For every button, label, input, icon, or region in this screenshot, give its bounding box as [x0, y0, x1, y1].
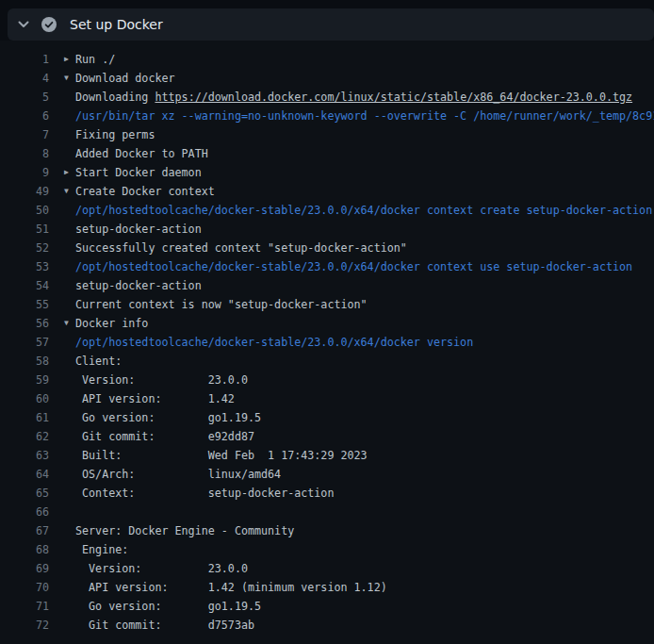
gutter-spacer [49, 144, 75, 163]
log-line: 8Added Docker to PATH [0, 144, 654, 163]
gutter-spacer [49, 597, 75, 616]
gutter-spacer [49, 276, 75, 295]
line-number[interactable]: 66 [0, 503, 49, 521]
line-number[interactable]: 4 [0, 69, 49, 88]
line-number[interactable]: 8 [0, 144, 49, 163]
gutter-spacer [49, 503, 75, 521]
log-group-row[interactable]: 49▼Create Docker context [0, 182, 654, 201]
log-line: 51setup-docker-action [0, 220, 654, 239]
gutter-spacer [49, 201, 75, 220]
log-text: Engine: [75, 540, 128, 559]
line-number[interactable]: 63 [0, 446, 49, 465]
log-text: API version: 1.42 (minimum version 1.12) [75, 578, 387, 597]
line-number[interactable]: 70 [0, 578, 49, 597]
gutter-spacer [49, 389, 75, 408]
group-toggle-icon[interactable]: ▼ [49, 182, 75, 201]
line-number[interactable]: 68 [0, 540, 49, 559]
log-text: Git commit: d7573ab [75, 616, 254, 635]
log-command-text: /opt/hostedtoolcache/docker-stable/23.0.… [75, 201, 652, 220]
line-number[interactable]: 52 [0, 239, 49, 257]
log-text: Git commit: e92dd87 [75, 427, 254, 446]
gutter-spacer [49, 427, 75, 446]
log-line: 61 Go version: go1.19.5 [0, 408, 654, 427]
log-line: 59 Version: 23.0.0 [0, 371, 654, 389]
group-toggle-icon[interactable]: ▼ [49, 314, 75, 333]
gutter-spacer [49, 446, 75, 465]
log-line: 5Downloading https://download.docker.com… [0, 88, 654, 107]
line-number[interactable]: 64 [0, 465, 49, 484]
gutter-spacer [49, 371, 75, 389]
group-title: Run ./ [75, 50, 115, 69]
gutter-spacer [49, 107, 75, 125]
log-text: Successfully created context "setup-dock… [75, 239, 407, 257]
log-line: 54setup-docker-action [0, 276, 654, 295]
log-text: Version: 23.0.0 [75, 371, 248, 389]
log-text: OS/Arch: linux/amd64 [75, 465, 281, 484]
line-number[interactable]: 1 [0, 50, 49, 69]
log-url-link[interactable]: https://download.docker.com/linux/static… [155, 91, 632, 104]
log-group-row[interactable]: 56▼Docker info [0, 314, 654, 333]
line-number[interactable]: 69 [0, 559, 49, 578]
line-number[interactable]: 53 [0, 257, 49, 276]
log-line: 70 API version: 1.42 (minimum version 1.… [0, 578, 654, 597]
gutter-spacer [49, 257, 75, 276]
log-group-row[interactable]: 4▼Download docker [0, 69, 654, 88]
log-text: Added Docker to PATH [75, 144, 208, 163]
line-number[interactable]: 72 [0, 616, 49, 635]
gutter-spacer [49, 88, 75, 107]
gutter-spacer [49, 521, 75, 540]
line-number[interactable]: 61 [0, 408, 49, 427]
log-line: 67Server: Docker Engine - Community [0, 521, 654, 540]
line-number[interactable]: 59 [0, 371, 49, 389]
line-number[interactable]: 56 [0, 314, 49, 333]
line-number[interactable]: 7 [0, 125, 49, 144]
log-text: Context: setup-docker-action [75, 484, 334, 503]
line-number[interactable]: 62 [0, 427, 49, 446]
gutter-spacer [49, 295, 75, 314]
log-command-text: /usr/bin/tar xz --warning=no-unknown-key… [75, 107, 654, 125]
log-text: setup-docker-action [75, 220, 202, 239]
group-toggle-icon[interactable]: ▼ [49, 69, 75, 88]
line-number[interactable]: 6 [0, 107, 49, 125]
log-line: 72 Git commit: d7573ab [0, 616, 654, 635]
line-number[interactable]: 9 [0, 163, 49, 182]
line-number[interactable]: 55 [0, 295, 49, 314]
line-number[interactable]: 67 [0, 521, 49, 540]
line-number[interactable]: 58 [0, 352, 49, 371]
check-circle-icon [41, 17, 57, 32]
group-title: Create Docker context [75, 182, 215, 201]
log-group-row[interactable]: 9▶Start Docker daemon [0, 163, 654, 182]
chevron-down-icon [18, 21, 29, 28]
log-text: Version: 23.0.0 [75, 559, 248, 578]
line-number[interactable]: 60 [0, 389, 49, 408]
log-line: 6/usr/bin/tar xz --warning=no-unknown-ke… [0, 107, 654, 125]
gutter-spacer [49, 465, 75, 484]
log-text: Fixing perms [75, 125, 155, 144]
line-number[interactable]: 57 [0, 333, 49, 352]
log-group-row[interactable]: 1▶Run ./ [0, 50, 654, 69]
gutter-spacer [49, 616, 75, 635]
gutter-spacer [49, 220, 75, 239]
gutter-spacer [49, 484, 75, 503]
log-line: 63 Built: Wed Feb 1 17:43:29 2023 [0, 446, 654, 465]
line-number[interactable]: 5 [0, 88, 49, 107]
group-toggle-icon[interactable]: ▶ [49, 163, 75, 182]
log-text: setup-docker-action [75, 276, 202, 295]
line-number[interactable]: 50 [0, 201, 49, 220]
gutter-spacer [49, 125, 75, 144]
line-number[interactable]: 54 [0, 276, 49, 295]
log-line: 71 Go version: go1.19.5 [0, 597, 654, 616]
log-text: Downloading [75, 91, 155, 104]
line-number[interactable]: 71 [0, 597, 49, 616]
step-header-wrap: Set up Docker [0, 0, 654, 41]
step-header[interactable]: Set up Docker [8, 8, 654, 41]
log-line: 57/opt/hostedtoolcache/docker-stable/23.… [0, 333, 654, 352]
log-line: 65 Context: setup-docker-action [0, 484, 654, 503]
line-number[interactable]: 51 [0, 220, 49, 239]
group-toggle-icon[interactable]: ▶ [49, 50, 75, 69]
gutter-spacer [49, 239, 75, 257]
line-number[interactable]: 49 [0, 182, 49, 201]
line-number[interactable]: 65 [0, 484, 49, 503]
log-text: Go version: go1.19.5 [75, 408, 261, 427]
gutter-spacer [49, 408, 75, 427]
